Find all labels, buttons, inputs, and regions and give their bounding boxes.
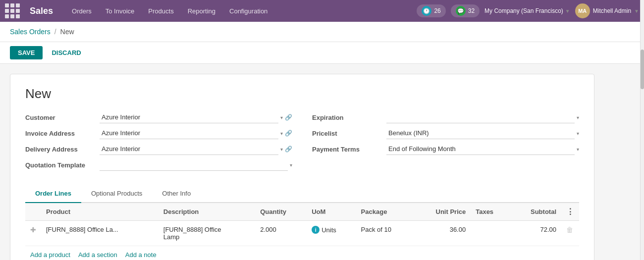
delivery-address-input[interactable]	[100, 143, 278, 155]
breadcrumb: Sales Orders / New	[0, 22, 644, 42]
add-product-link[interactable]: Add a product	[30, 251, 70, 259]
tab-optional-products[interactable]: Optional Products	[81, 185, 152, 203]
save-button[interactable]: SAVE	[10, 46, 43, 59]
add-section-link[interactable]: Add a section	[78, 251, 117, 259]
customer-input[interactable]	[100, 111, 278, 123]
row-subtotal: 72.00	[510, 221, 561, 246]
top-navigation: Sales Orders To Invoice Products Reporti…	[0, 0, 644, 22]
expiration-dropdown-icon[interactable]: ▾	[577, 115, 579, 120]
row-package[interactable]: Pack of 10	[356, 221, 414, 246]
company-selector[interactable]: My Company (San Francisco) ▼	[484, 7, 570, 14]
message-badge[interactable]: 💬 32	[451, 4, 480, 17]
row-delete[interactable]: 🗑	[561, 221, 579, 246]
customer-row: Customer ▾ 🔗	[25, 111, 292, 123]
column-options-icon[interactable]: ⋮	[566, 208, 574, 216]
customer-label: Customer	[25, 114, 95, 121]
payment-terms-field: ▾	[386, 143, 579, 155]
invoice-address-label: Invoice Address	[25, 130, 95, 137]
delivery-address-dropdown-icon[interactable]: ▾	[280, 147, 283, 152]
customer-field: ▾ 🔗	[100, 111, 292, 123]
col-actions: ⋮	[561, 203, 579, 221]
customer-dropdown-icon[interactable]: ▾	[280, 115, 283, 120]
breadcrumb-separator: /	[54, 28, 56, 36]
add-links-bar: Add a product Add a section Add a note	[25, 246, 579, 260]
menu-products[interactable]: Products	[142, 4, 179, 18]
invoice-address-dropdown-icon[interactable]: ▾	[280, 131, 283, 136]
col-product: Product	[41, 203, 159, 221]
menu-to-invoice[interactable]: To Invoice	[100, 4, 141, 18]
discard-button[interactable]: DISCARD	[48, 46, 85, 59]
menu-configuration[interactable]: Configuration	[223, 4, 273, 18]
topnav-right: 🕐 26 💬 32 My Company (San Francisco) ▼ M…	[417, 3, 639, 18]
order-lines-table: Product Description Quantity UoM Package…	[25, 203, 579, 246]
quotation-template-input[interactable]	[100, 159, 288, 171]
pricelist-input[interactable]	[386, 127, 575, 139]
pricelist-label: Pricelist	[312, 130, 381, 137]
col-drag	[25, 203, 41, 221]
payment-terms-input[interactable]	[386, 143, 575, 155]
drag-handle-icon[interactable]: ✚	[30, 226, 36, 234]
tab-other-info[interactable]: Other Info	[152, 185, 201, 203]
company-name: My Company (San Francisco)	[484, 7, 563, 14]
company-caret: ▼	[565, 8, 570, 14]
brand-name[interactable]: Sales	[30, 6, 53, 16]
expiration-input[interactable]	[386, 111, 575, 123]
quotation-template-field: ▾	[100, 159, 292, 171]
pricelist-field: ▾	[386, 127, 579, 139]
tab-order-lines[interactable]: Order Lines	[25, 185, 81, 203]
breadcrumb-parent[interactable]: Sales Orders	[10, 28, 51, 36]
delivery-address-ext-link-icon[interactable]: 🔗	[285, 146, 292, 153]
delete-row-icon[interactable]: 🗑	[566, 226, 573, 234]
expiration-row: Expiration ▾	[312, 111, 579, 123]
col-quantity: Quantity	[255, 203, 307, 221]
activity-count: 26	[434, 7, 440, 14]
invoice-address-input[interactable]	[100, 127, 278, 139]
form-card: New Customer ▾ 🔗 Invoice Address ▾	[10, 74, 594, 260]
payment-terms-row: Payment Terms ▾	[312, 143, 579, 155]
col-taxes: Taxes	[471, 203, 510, 221]
row-taxes[interactable]	[471, 221, 510, 246]
row-uom: i Units	[307, 221, 356, 246]
customer-ext-link-icon[interactable]: 🔗	[285, 114, 292, 121]
action-bar: SAVE DISCARD	[0, 42, 644, 64]
delivery-address-label: Delivery Address	[25, 146, 95, 153]
delivery-address-field: ▾ 🔗	[100, 143, 292, 155]
row-drag-handle[interactable]: ✚	[25, 221, 41, 246]
expiration-label: Expiration	[312, 114, 381, 121]
message-icon: 💬	[456, 6, 466, 16]
row-description-line2: Lamp	[163, 233, 180, 241]
menu-reporting[interactable]: Reporting	[182, 4, 221, 18]
quotation-template-label: Quotation Template	[25, 161, 95, 169]
tabs-section: Order Lines Optional Products Other Info…	[25, 185, 579, 260]
form-left-col: Customer ▾ 🔗 Invoice Address ▾ 🔗	[25, 111, 292, 175]
payment-terms-dropdown-icon[interactable]: ▾	[577, 147, 579, 152]
row-description[interactable]: [FURN_8888] Office Lamp	[159, 221, 255, 246]
col-description: Description	[159, 203, 255, 221]
row-unit-price[interactable]: 36.00	[414, 221, 471, 246]
add-note-link[interactable]: Add a note	[125, 251, 157, 259]
row-uom-value[interactable]: Units	[322, 226, 336, 234]
activity-badge[interactable]: 🕐 26	[417, 4, 445, 17]
row-quantity[interactable]: 2.000	[255, 221, 307, 246]
user-avatar: MA	[575, 3, 590, 18]
table-row: ✚ [FURN_8888] Office La... [FURN_8888] O…	[25, 221, 579, 246]
quotation-template-dropdown-icon[interactable]: ▾	[290, 162, 292, 168]
breadcrumb-current: New	[60, 28, 74, 36]
main-menu: Orders To Invoice Products Reporting Con…	[66, 4, 409, 18]
form-right-col: Expiration ▾ Pricelist ▾ Payment Terms	[312, 111, 579, 175]
user-menu[interactable]: MA Mitchell Admin ▼	[575, 3, 639, 18]
menu-orders[interactable]: Orders	[66, 4, 98, 18]
row-description-line1: [FURN_8888] Office	[163, 226, 221, 233]
payment-terms-label: Payment Terms	[312, 146, 381, 153]
invoice-address-ext-link-icon[interactable]: 🔗	[285, 130, 292, 137]
uom-info-icon[interactable]: i	[312, 226, 320, 234]
scrollbar[interactable]	[640, 0, 644, 260]
scrollbar-thumb[interactable]	[641, 50, 644, 89]
table-header-row: Product Description Quantity UoM Package…	[25, 203, 579, 221]
apps-grid-icon[interactable]	[5, 3, 20, 18]
row-product[interactable]: [FURN_8888] Office La...	[41, 221, 159, 246]
pricelist-dropdown-icon[interactable]: ▾	[577, 131, 579, 136]
expiration-field: ▾	[386, 111, 579, 123]
tabs-bar: Order Lines Optional Products Other Info	[25, 185, 579, 203]
message-count: 32	[468, 7, 475, 14]
